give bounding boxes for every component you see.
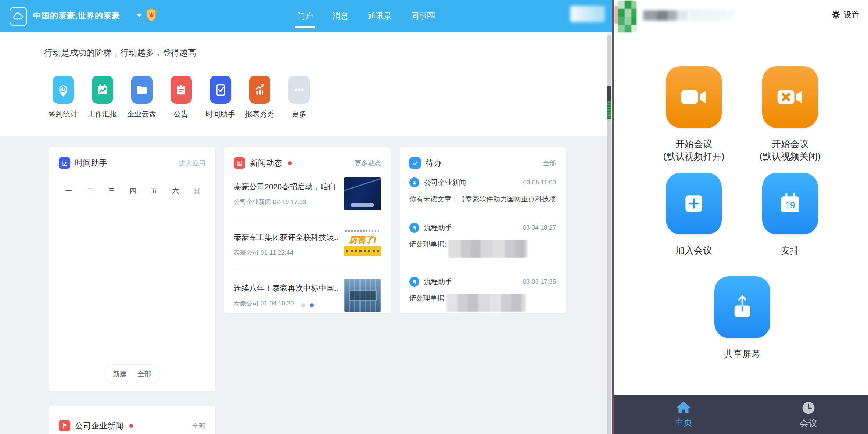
weekday-sat[interactable]: 六 — [172, 186, 179, 195]
tab-home[interactable]: 主页 — [654, 401, 713, 428]
company-slogan: 中国的泰豪,世界的泰豪 — [33, 10, 120, 21]
app-announcement[interactable]: 公告 — [161, 76, 201, 119]
news-feed-card: 新闻动态 更多动态 泰豪公司2020春招启动，咱们... 公司企业新闻 02-1… — [224, 147, 391, 313]
start-meeting-video-off-button[interactable]: 开始会议(默认视频关闭) — [740, 66, 840, 162]
all-company-news-link[interactable]: 全部 — [192, 422, 205, 430]
app-checkin-stats[interactable]: 签到统计 — [43, 76, 83, 119]
news-thumbnail — [344, 177, 381, 210]
app-more[interactable]: 更多 — [279, 76, 319, 119]
news-meta: 公司企业新闻 02-19 17:03 — [234, 198, 338, 206]
flag-icon — [61, 422, 69, 430]
app-cloud-drive[interactable]: 企业云盘 — [122, 76, 161, 119]
weekday-wed[interactable]: 三 — [108, 186, 115, 195]
news-item[interactable]: 连续八年！泰豪再次中标中国... 泰豪公司 01-04 10:20 — [234, 270, 381, 320]
weekday-sun[interactable]: 日 — [194, 186, 200, 195]
news-pagination — [224, 303, 391, 307]
clock-icon — [801, 401, 816, 415]
news-meta: 泰豪公司 01-11 22:44 — [234, 248, 338, 257]
calendar-weekday-header: 一 二 三 四 五 六 日 — [49, 186, 215, 195]
enter-app-link[interactable]: 进入应用 — [179, 159, 205, 168]
todo-item[interactable]: 流程助手 03-04 18:27 请处理单据: — [409, 214, 556, 268]
tab-meetings[interactable]: 会议 — [779, 401, 838, 429]
todo-item[interactable]: 流程助手 03-03 17:35 请处理单据 — [409, 268, 556, 322]
app-time-assistant[interactable]: 时间助手 — [201, 76, 240, 119]
card-title: 公司企业新闻 — [75, 420, 123, 431]
check-icon — [411, 159, 419, 167]
news-thumbnail: 厉害了! — [344, 228, 381, 261]
portal-panel: 中国的泰豪,世界的泰豪 门户 消息 通讯录 同事圈 行动是成功的阶梯，行动越多，… — [0, 0, 613, 434]
action-label: 开始会议 — [760, 137, 821, 150]
all-todos-link[interactable]: 全部 — [543, 159, 556, 168]
new-event-button[interactable]: 新建 — [108, 369, 132, 379]
nav-portal[interactable]: 门户 — [296, 7, 314, 25]
news-title: 连续八年！泰豪再次中标中国... — [234, 283, 338, 293]
action-label: 加入会议 — [675, 244, 712, 257]
nav-colleagues[interactable]: 同事圈 — [410, 7, 436, 25]
user-name-blurred — [643, 10, 688, 21]
settings-button[interactable]: 设置 — [831, 10, 859, 20]
start-meeting-video-on-button[interactable]: 开始会议(默认视频打开) — [644, 66, 743, 162]
user-avatar-blurred[interactable] — [614, 1, 638, 32]
video-camera-icon — [679, 86, 708, 108]
todo-time: 03-05 11:00 — [523, 179, 556, 186]
nav-contacts[interactable]: 通讯录 — [367, 7, 392, 25]
portal-topbar: 中国的泰豪,世界的泰豪 门户 消息 通讯录 同事圈 — [0, 0, 613, 32]
todo-time: 03-03 17:35 — [523, 278, 556, 286]
share-screen-button[interactable]: 共享屏幕 — [693, 276, 792, 360]
news-title: 泰豪公司2020春招启动，咱们... — [234, 182, 338, 192]
tab-label: 主页 — [675, 417, 692, 428]
cloud-icon — [12, 10, 25, 23]
grip-stripes — [607, 101, 611, 118]
workflow-doc-icon — [411, 225, 418, 231]
video-camera-off-icon — [776, 86, 804, 108]
news-item[interactable]: 泰豪公司2020春招启动，咱们... 公司企业新闻 02-19 17:03 — [234, 169, 381, 219]
nav-messages[interactable]: 消息 — [331, 7, 349, 25]
portal-main-nav: 门户 消息 通讯录 同事圈 — [296, 0, 436, 32]
card-title: 新闻动态 — [250, 158, 282, 169]
join-meeting-button[interactable]: 加入会议 — [644, 173, 743, 257]
check-square-icon — [61, 159, 69, 167]
unread-indicator-dot — [129, 424, 133, 428]
app-work-report[interactable]: 工作汇报 — [83, 76, 122, 119]
todo-body: 你有未读文章：【泰豪软件助力国网重点科技项目建... — [409, 194, 556, 204]
check-tablet-icon — [213, 82, 228, 97]
all-events-button[interactable]: 全部 — [132, 369, 157, 379]
todo-body: 请处理单据 — [409, 294, 556, 312]
todo-item[interactable]: 公司企业新闻 03-05 11:00 你有未读文章：【泰豪软件助力国网重点科技项… — [409, 169, 556, 214]
scrollbar-thumb[interactable] — [607, 86, 611, 119]
cloud-logo[interactable] — [10, 7, 27, 26]
action-sublabel: (默认视频关闭) — [760, 150, 821, 162]
weekday-mon[interactable]: 一 — [65, 186, 72, 195]
calendar-chart-icon — [95, 82, 110, 97]
thumbnail-caption: 厉害了! — [344, 234, 381, 245]
page-dot-2-active[interactable] — [310, 303, 314, 307]
todo-source: 流程助手 — [424, 223, 452, 233]
folder-icon — [134, 82, 149, 97]
tab-label: 会议 — [800, 417, 817, 429]
action-label: 共享屏幕 — [724, 348, 761, 360]
todo-time: 03-04 18:27 — [523, 224, 556, 232]
schedule-button[interactable]: 19 安排 — [740, 173, 840, 257]
calendar-icon: 19 — [777, 191, 803, 216]
weekday-tue[interactable]: 二 — [87, 186, 93, 195]
user-info-blurred[interactable] — [570, 6, 605, 22]
action-sublabel: (默认视频打开) — [663, 150, 725, 162]
news-item[interactable]: 泰豪军工集团获评全联科技装... 泰豪公司 01-11 22:44 厉害了! — [234, 219, 381, 270]
weekday-fri[interactable]: 五 — [151, 186, 158, 195]
slogan-dropdown-caret[interactable] — [137, 14, 142, 17]
gear-icon — [831, 10, 841, 19]
app-report-show[interactable]: 报表秀秀 — [240, 76, 279, 119]
redacted-text-block — [448, 240, 527, 258]
page-dot-1[interactable] — [301, 303, 305, 307]
user-status-blurred — [689, 10, 734, 21]
redacted-text-block — [446, 294, 526, 312]
todo-body: 请处理单据: — [409, 240, 556, 258]
newspaper-icon — [236, 159, 244, 167]
action-label: 安排 — [781, 244, 799, 257]
more-news-link[interactable]: 更多动态 — [355, 159, 381, 168]
bar-chart-arrow-icon — [252, 82, 267, 97]
todo-source: 公司企业新闻 — [424, 178, 466, 187]
card-title: 时间助手 — [75, 158, 107, 169]
weekday-thu[interactable]: 四 — [129, 186, 136, 195]
app-shortcut-row: 签到统计 工作汇报 — [43, 76, 319, 119]
